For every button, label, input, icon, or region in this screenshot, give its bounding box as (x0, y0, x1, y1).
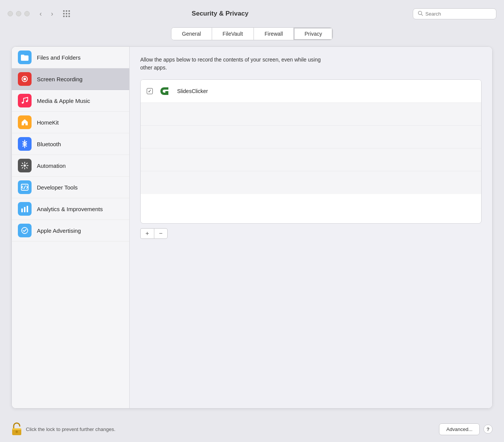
tab-privacy[interactable]: Privacy (294, 28, 333, 40)
sidebar-item-label: Bluetooth (37, 141, 61, 147)
svg-rect-14 (158, 84, 172, 98)
list-item-empty (141, 171, 481, 194)
sidebar: Files and Folders Screen Recording (12, 47, 130, 408)
maximize-button[interactable] (24, 11, 30, 16)
sidebar-item-label: Analytics & Improvements (37, 206, 103, 212)
tab-general[interactable]: General (171, 28, 212, 40)
automation-icon (18, 159, 32, 172)
developer-tools-icon (18, 180, 32, 194)
sidebar-item-automation[interactable]: Automation (12, 155, 129, 177)
svg-rect-15 (165, 91, 168, 93)
footer-buttons: Advanced... ? (439, 423, 493, 435)
sidebar-item-homekit[interactable]: HomeKit (12, 112, 129, 133)
add-button[interactable]: + (140, 228, 154, 239)
sidebar-item-files-folders[interactable]: Files and Folders (12, 47, 129, 68)
close-button[interactable] (8, 11, 13, 16)
titlebar: ‹ › Security & Privacy (0, 0, 504, 27)
svg-rect-12 (27, 206, 28, 212)
sidebar-item-analytics[interactable]: Analytics & Improvements (12, 198, 129, 220)
tabs: General FileVault Firewall Privacy (11, 27, 493, 40)
footer: Click the lock to prevent further change… (0, 416, 504, 442)
svg-line-1 (422, 14, 423, 16)
apple-advertising-icon (18, 224, 32, 237)
sidebar-item-label: Developer Tools (37, 184, 78, 191)
remove-button[interactable]: − (154, 228, 168, 239)
sidebar-item-media-apple-music[interactable]: Media & Apple Music (12, 90, 129, 112)
slides-clicker-icon (158, 84, 172, 98)
sidebar-item-label: Media & Apple Music (37, 98, 90, 104)
files-folders-icon (18, 51, 32, 64)
advanced-button[interactable]: Advanced... (439, 423, 480, 435)
lock-icon (11, 422, 22, 436)
music-icon (18, 94, 32, 107)
analytics-icon (18, 202, 32, 216)
footer-lock-text: Click the lock to prevent further change… (26, 426, 116, 432)
sidebar-item-label: Apple Advertising (37, 227, 81, 234)
svg-line-9 (24, 186, 25, 189)
sidebar-item-apple-advertising[interactable]: Apple Advertising (12, 220, 129, 242)
list-item[interactable]: ✓ SlidesClicker (141, 80, 481, 103)
minimize-button[interactable] (16, 11, 21, 16)
svg-rect-2 (21, 55, 29, 61)
svg-rect-18 (12, 428, 21, 430)
sidebar-item-label: HomeKit (37, 119, 59, 126)
svg-point-5 (24, 78, 26, 81)
app-checkbox[interactable]: ✓ (147, 88, 153, 94)
search-icon (418, 11, 423, 17)
search-bar[interactable] (413, 8, 496, 19)
sidebar-item-label: Screen Recording (37, 76, 82, 82)
screen-recording-icon (18, 72, 32, 86)
help-button[interactable]: ? (483, 425, 493, 434)
svg-rect-11 (24, 207, 25, 212)
list-item-empty (141, 126, 481, 148)
panel: Files and Folders Screen Recording (11, 46, 493, 409)
traffic-lights (8, 11, 30, 16)
svg-rect-3 (21, 55, 24, 56)
list-item-empty (141, 103, 481, 126)
tab-filevault[interactable]: FileVault (212, 28, 254, 40)
list-controls: + − (140, 228, 482, 239)
search-input[interactable] (425, 11, 491, 17)
svg-point-17 (16, 431, 18, 433)
app-list: ✓ SlidesClicker (140, 79, 482, 224)
sidebar-item-label: Automation (37, 163, 66, 169)
sidebar-item-screen-recording[interactable]: Screen Recording (12, 68, 129, 90)
window-title: Security & Privacy (32, 10, 408, 17)
svg-point-7 (24, 164, 26, 167)
tab-group: General FileVault Firewall Privacy (171, 27, 333, 40)
sidebar-item-label: Files and Folders (37, 54, 81, 61)
sidebar-item-bluetooth[interactable]: Bluetooth (12, 133, 129, 155)
svg-rect-10 (21, 208, 23, 212)
tab-firewall[interactable]: Firewall (254, 28, 294, 40)
list-item-empty (141, 148, 481, 171)
lock-area[interactable]: Click the lock to prevent further change… (11, 422, 116, 436)
right-panel: Allow the apps below to record the conte… (130, 47, 492, 408)
checkmark-icon: ✓ (148, 88, 152, 94)
bluetooth-icon (18, 137, 32, 151)
homekit-icon (18, 115, 32, 129)
main-content: General FileVault Firewall Privacy Files… (0, 27, 504, 416)
app-name: SlidesClicker (177, 88, 208, 94)
description-text: Allow the apps below to record the conte… (140, 56, 323, 72)
sidebar-item-developer-tools[interactable]: Developer Tools (12, 177, 129, 198)
